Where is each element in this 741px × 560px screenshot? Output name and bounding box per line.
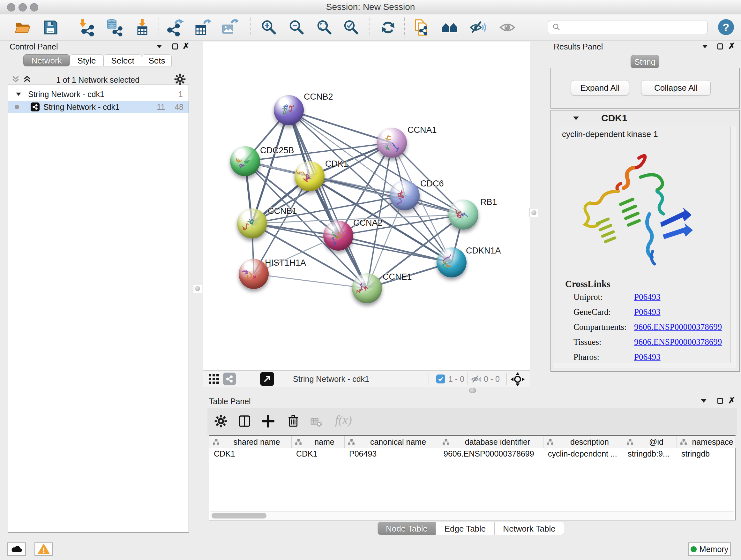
- network-canvas[interactable]: CCNB2CCNA1CDC25BCDK1CDC6RB1CCNB1CCNA2CDK…: [203, 42, 530, 370]
- tab-select[interactable]: Select: [104, 54, 142, 66]
- column-header--id[interactable]: @id: [623, 436, 677, 448]
- open-session-icon[interactable]: [14, 18, 32, 37]
- crosslink-link[interactable]: 9606.ENSP00000378699: [634, 337, 722, 347]
- node-CCNE1[interactable]: [352, 273, 382, 303]
- crosslink-link[interactable]: P06493: [634, 352, 661, 362]
- table-cell[interactable]: stringdb:9...: [623, 448, 677, 459]
- protein-section-header[interactable]: CDK1: [551, 111, 739, 126]
- zoom-out-icon[interactable]: [288, 18, 306, 37]
- table-cell[interactable]: CDK1: [209, 448, 292, 459]
- export-network-icon[interactable]: [166, 18, 184, 37]
- control-panel-close-icon[interactable]: ✗: [183, 43, 190, 49]
- columns-icon[interactable]: [238, 415, 251, 428]
- collapse-all-button[interactable]: Collapse All: [641, 80, 711, 96]
- delete-table-icon[interactable]: [310, 416, 322, 427]
- table-panel-float-icon[interactable]: [718, 398, 723, 404]
- selected-checkbox-icon[interactable]: [436, 374, 445, 383]
- horizontal-splitter-handle[interactable]: [469, 388, 476, 393]
- expand-all-button[interactable]: Expand All: [571, 80, 629, 96]
- crosslink-link[interactable]: P06493: [634, 292, 661, 302]
- results-panel-close-icon[interactable]: ✗: [728, 43, 735, 49]
- grid-view-icon[interactable]: [208, 373, 219, 385]
- help-button[interactable]: ?: [718, 19, 734, 35]
- node-CDC25B[interactable]: [230, 146, 260, 176]
- results-panel-collapse-icon[interactable]: [702, 45, 708, 48]
- delete-column-icon[interactable]: [286, 414, 300, 428]
- control-panel-collapse-icon[interactable]: [156, 45, 162, 48]
- table-row[interactable]: CDK1CDK1P064939606.ENSP00000378699cyclin…: [209, 448, 735, 459]
- table-panel-collapse-icon[interactable]: [701, 399, 706, 402]
- save-session-icon[interactable]: [42, 18, 59, 37]
- tab-sets[interactable]: Sets: [142, 54, 172, 66]
- node-CCNB1[interactable]: [237, 208, 267, 239]
- right-splitter-handle[interactable]: [529, 208, 538, 217]
- node-CDC6[interactable]: [390, 180, 420, 210]
- edge-HIST1H1A-CCNE1[interactable]: [254, 274, 367, 288]
- tab-network[interactable]: Network: [23, 54, 70, 66]
- table-panel-close-icon[interactable]: ✗: [728, 397, 735, 403]
- column-header-shared-name[interactable]: shared name: [209, 436, 292, 448]
- edge-CCNB2-CCNA1[interactable]: [289, 110, 392, 143]
- column-header-database-identifier[interactable]: database identifier: [439, 436, 543, 448]
- open-in-window-button[interactable]: [260, 372, 274, 386]
- zoom-selected-icon[interactable]: [342, 18, 360, 37]
- crosslink-link[interactable]: P06493: [634, 307, 661, 317]
- table-hscrollbar-thumb[interactable]: [212, 513, 266, 518]
- tab-string[interactable]: String: [630, 55, 659, 68]
- tab-node-table[interactable]: Node Table: [378, 522, 436, 535]
- zoom-fit-icon[interactable]: [316, 18, 333, 37]
- column-header-canonical-name[interactable]: canonical name: [345, 436, 439, 448]
- results-panel-float-icon[interactable]: [718, 44, 723, 50]
- table-cell[interactable]: cyclin-dependent ...: [543, 448, 623, 459]
- network-share-icon: [30, 103, 40, 111]
- column-header-description[interactable]: description: [543, 436, 623, 448]
- edge-CCNA2-CDKN1A[interactable]: [338, 236, 452, 262]
- table-cell[interactable]: CDK1: [292, 448, 345, 459]
- tab-edge-table[interactable]: Edge Table: [436, 522, 494, 535]
- network-view-share-icon[interactable]: [223, 373, 236, 385]
- zoom-in-icon[interactable]: [260, 18, 278, 37]
- node-HIST1H1A[interactable]: [239, 259, 269, 289]
- left-splitter-handle[interactable]: [193, 284, 202, 293]
- gear-icon[interactable]: [214, 415, 227, 428]
- tab-style[interactable]: Style: [70, 54, 104, 66]
- houses-icon[interactable]: [441, 18, 459, 37]
- memory-button[interactable]: Memory: [688, 543, 731, 556]
- table-cell[interactable]: 9606.ENSP00000378699: [439, 448, 543, 459]
- add-column-icon[interactable]: [262, 415, 274, 428]
- network-row-selected[interactable]: String Network - cdk1 11 48: [8, 101, 189, 113]
- import-network-database-icon[interactable]: [105, 18, 123, 37]
- table-cell[interactable]: P06493: [345, 448, 439, 459]
- function-builder-icon[interactable]: f(x): [335, 413, 352, 427]
- results-hscrollbar[interactable]: [554, 363, 736, 368]
- import-network-icon[interactable]: [77, 18, 95, 37]
- column-header-namespace[interactable]: namespace: [677, 436, 736, 448]
- node-CCNA2[interactable]: [323, 221, 353, 251]
- protein-thumbnail: [390, 180, 420, 210]
- crosslink-link[interactable]: 9606.ENSP00000378699: [634, 322, 722, 332]
- table-cell[interactable]: stringdb: [677, 448, 736, 459]
- table-hscrollbar[interactable]: [210, 511, 734, 520]
- network-collection-row[interactable]: String Network - cdk1 1: [8, 88, 189, 100]
- birds-eye-view-icon[interactable]: [511, 372, 525, 386]
- warnings-button[interactable]: [35, 543, 53, 556]
- node-CCNB2[interactable]: [274, 95, 304, 125]
- duplicate-network-icon[interactable]: [412, 18, 429, 37]
- export-image-icon[interactable]: [221, 18, 239, 37]
- column-header-name[interactable]: name: [292, 436, 345, 448]
- hide-selected-icon[interactable]: [469, 18, 487, 37]
- node-CCNA1[interactable]: [377, 128, 407, 158]
- import-table-icon[interactable]: [133, 18, 151, 37]
- refresh-icon[interactable]: [379, 18, 397, 37]
- node-CDK1[interactable]: [294, 161, 325, 191]
- tab-network-table[interactable]: Network Table: [494, 522, 564, 535]
- export-table-icon[interactable]: [193, 18, 211, 37]
- search-input[interactable]: [563, 22, 707, 32]
- results-vscrollbar[interactable]: [731, 126, 736, 368]
- node-CDKN1A[interactable]: [436, 247, 467, 277]
- node-RB1[interactable]: [448, 199, 478, 230]
- search-box[interactable]: [548, 20, 708, 34]
- control-panel-float-icon[interactable]: [172, 44, 178, 50]
- cloud-button[interactable]: [7, 543, 26, 556]
- network-options-gear-icon[interactable]: [174, 73, 186, 85]
